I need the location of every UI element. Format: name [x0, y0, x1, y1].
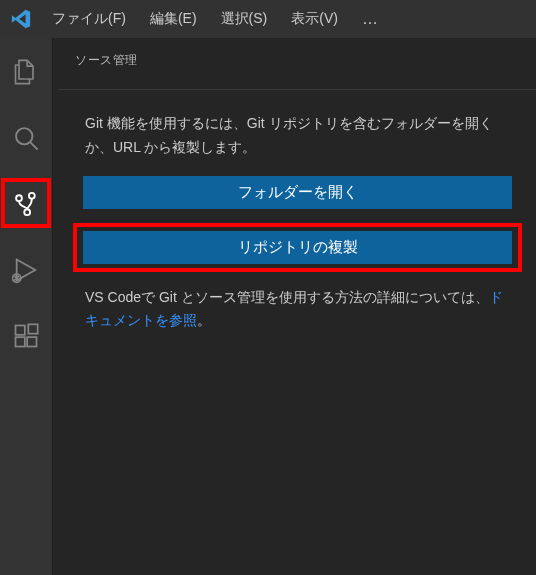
clone-repo-button[interactable]: リポジトリの複製 — [83, 231, 512, 264]
svg-rect-10 — [27, 337, 36, 346]
open-folder-button[interactable]: フォルダーを開く — [83, 176, 512, 209]
activity-extensions[interactable] — [2, 312, 50, 360]
svg-rect-11 — [28, 324, 37, 333]
svg-point-2 — [29, 193, 35, 199]
main-area: ソース管理 Git 機能を使用するには、Git リポジトリを含むフォルダーを開く… — [0, 38, 536, 575]
menu-file[interactable]: ファイル(F) — [42, 6, 136, 32]
activity-explorer[interactable] — [2, 48, 50, 96]
menubar: ファイル(F) 編集(E) 選択(S) 表示(V) … — [0, 0, 536, 38]
doc-prefix: VS Codeで Git とソース管理を使用する方法の詳細については、 — [85, 289, 489, 305]
menu-edit[interactable]: 編集(E) — [140, 6, 207, 32]
scm-doc-text: VS Codeで Git とソース管理を使用する方法の詳細については、ドキュメン… — [77, 266, 518, 334]
svg-rect-9 — [16, 337, 25, 346]
open-folder-wrap: フォルダーを開く — [77, 174, 518, 211]
search-icon — [12, 124, 40, 152]
source-control-panel: ソース管理 Git 機能を使用するには、Git リポジトリを含むフォルダーを開く… — [52, 38, 536, 575]
activity-search[interactable] — [2, 114, 50, 162]
vscode-logo-icon — [4, 8, 38, 30]
menu-overflow-icon[interactable]: … — [352, 6, 390, 32]
spacer — [77, 211, 518, 229]
svg-point-0 — [16, 128, 32, 144]
svg-line-1 — [31, 143, 38, 150]
panel-title: ソース管理 — [53, 38, 536, 89]
activity-run-debug[interactable] — [2, 246, 50, 294]
panel-body: Git 機能を使用するには、Git リポジトリを含むフォルダーを開くか、URL … — [59, 89, 536, 341]
menu-selection[interactable]: 選択(S) — [211, 6, 278, 32]
scm-info-text: Git 機能を使用するには、Git リポジトリを含むフォルダーを開くか、URL … — [77, 90, 518, 174]
extensions-icon — [12, 322, 40, 350]
svg-rect-8 — [16, 326, 25, 335]
activity-bar — [0, 38, 52, 575]
source-control-icon — [12, 190, 40, 218]
files-icon — [12, 58, 40, 86]
activity-source-control[interactable] — [2, 180, 50, 228]
svg-point-3 — [16, 195, 22, 201]
svg-point-4 — [24, 209, 30, 215]
menu-view[interactable]: 表示(V) — [281, 6, 348, 32]
run-debug-icon — [12, 256, 40, 284]
clone-repo-wrap: リポジトリの複製 — [77, 229, 518, 266]
doc-suffix: 。 — [197, 312, 211, 328]
